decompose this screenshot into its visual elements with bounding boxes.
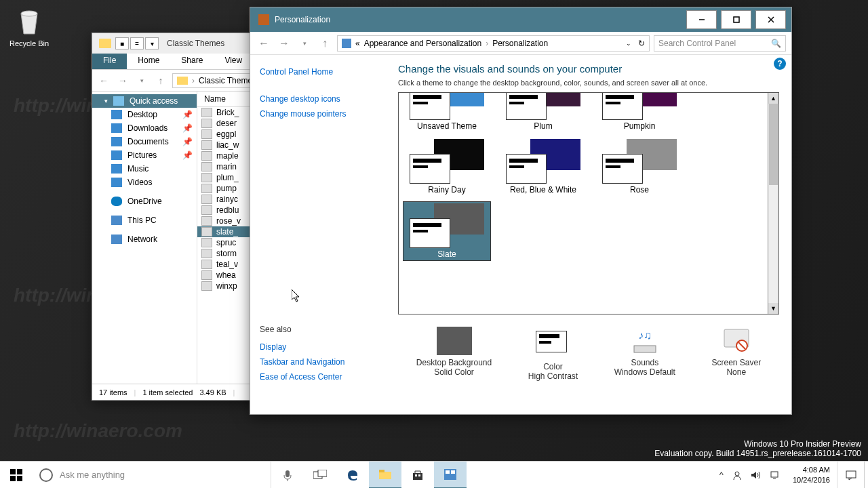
nav-dropdown[interactable]: ▾	[296, 35, 313, 52]
file-icon	[201, 227, 212, 237]
qat-button[interactable]: =	[130, 37, 144, 49]
scroll-thumb[interactable]	[769, 104, 778, 185]
nav-forward[interactable]: →	[276, 35, 292, 52]
nav-up[interactable]: ↑	[317, 35, 333, 52]
scroll-down[interactable]: ▼	[768, 303, 778, 314]
sidebar-downloads[interactable]: Downloads📌	[92, 121, 197, 135]
taskbar-mic[interactable]	[271, 462, 304, 489]
scroll-up[interactable]: ▲	[768, 93, 778, 104]
theme-item[interactable]: Rose	[595, 138, 684, 196]
svg-rect-6	[634, 346, 656, 352]
close-button[interactable]	[755, 10, 786, 29]
svg-rect-20	[413, 473, 422, 480]
file-icon	[201, 151, 212, 161]
color-setting[interactable]: Color High Contrast	[528, 327, 578, 381]
start-button[interactable]	[0, 462, 33, 489]
control-panel-home-link[interactable]: Control Panel Home	[260, 64, 376, 79]
sidebar-music[interactable]: Music	[92, 162, 197, 176]
menu-view[interactable]: View	[214, 54, 253, 69]
sidebar-network[interactable]: Network	[92, 232, 197, 246]
nav-dropdown[interactable]: ▾	[134, 73, 149, 88]
recycle-bin[interactable]: Recycle Bin	[5, 5, 53, 47]
taskbar-explorer[interactable]	[369, 462, 401, 489]
nav-up[interactable]: ↑	[153, 73, 168, 88]
file-icon	[201, 238, 212, 247]
file-icon	[201, 162, 212, 171]
theme-item[interactable]: Rainy Day	[403, 138, 491, 196]
file-icon	[201, 184, 212, 193]
svg-point-26	[735, 472, 739, 476]
control-panel-icon	[258, 14, 269, 25]
nav-forward[interactable]: →	[115, 73, 130, 88]
menu-file[interactable]: File	[92, 54, 127, 69]
sidebar-quick-access[interactable]: ▾Quick access	[92, 94, 197, 108]
taskbar: Ask me anything ^ 4:08 AM 10/24/2016	[0, 461, 868, 488]
tray-overflow[interactable]: ^	[719, 470, 724, 480]
sidebar-videos[interactable]: Videos	[92, 176, 197, 189]
taskbar-clock[interactable]: 4:08 AM 10/24/2016	[786, 465, 837, 485]
page-heading: Change the visuals and sounds on your co…	[398, 63, 779, 75]
svg-rect-29	[846, 471, 856, 478]
minimize-button[interactable]	[686, 10, 717, 29]
theme-scrollbar[interactable]: ▲ ▼	[768, 93, 778, 314]
qat-button[interactable]: ■	[115, 37, 129, 49]
file-icon	[201, 249, 212, 258]
theme-item[interactable]: Pumpkin	[595, 93, 684, 132]
qat-dropdown[interactable]: ▾	[145, 37, 159, 49]
file-icon	[201, 270, 212, 280]
screen-saver-setting[interactable]: Screen Saver None	[711, 327, 761, 381]
taskbar-search[interactable]: Ask me anything	[33, 462, 271, 489]
tray-people-icon[interactable]	[732, 470, 743, 481]
file-icon	[201, 108, 212, 117]
theme-item[interactable]: Slate	[403, 201, 491, 261]
file-icon	[201, 129, 212, 139]
control-panel-icon	[342, 39, 351, 48]
file-icon	[201, 173, 212, 182]
folder-icon	[177, 77, 188, 85]
desktop-background-setting[interactable]: Desktop Background Solid Color	[416, 327, 492, 381]
sidebar-documents[interactable]: Documents📌	[92, 135, 197, 148]
tray-network-icon[interactable]	[770, 470, 781, 480]
taskbar-control-panel[interactable]	[434, 462, 467, 489]
sidebar-this-pc[interactable]: This PC	[92, 214, 197, 227]
svg-rect-22	[418, 474, 420, 476]
personalization-window: Personalization ← → ▾ ↑ « Appearance and…	[250, 7, 792, 415]
task-view-button[interactable]	[304, 462, 336, 489]
folder-icon	[99, 39, 111, 48]
sounds-setting[interactable]: ♪♫ Sounds Windows Default	[614, 327, 675, 381]
sidebar-pictures[interactable]: Pictures📌	[92, 148, 197, 162]
ease-of-access-link[interactable]: Ease of Access Center	[260, 369, 376, 384]
taskbar-edge[interactable]	[336, 462, 369, 489]
show-desktop-button[interactable]	[864, 462, 868, 489]
maximize-button[interactable]	[721, 10, 751, 29]
theme-item[interactable]: Plum	[499, 93, 587, 132]
taskbar-store[interactable]	[401, 462, 434, 489]
cp-sidebar: Control Panel Home Change desktop icons …	[250, 55, 386, 414]
help-button[interactable]: ?	[774, 58, 786, 70]
tray-volume-icon[interactable]	[751, 470, 762, 480]
sidebar-onedrive[interactable]: OneDrive	[92, 195, 197, 208]
theme-item[interactable]: Unsaved Theme	[403, 93, 491, 132]
svg-rect-2	[734, 17, 739, 22]
svg-rect-19	[379, 470, 384, 472]
taskbar-link[interactable]: Taskbar and Navigation	[260, 354, 376, 369]
svg-point-0	[21, 11, 37, 16]
nav-back[interactable]: ←	[96, 73, 111, 88]
search-input[interactable]: Search Control Panel 🔍	[654, 35, 786, 52]
menu-home[interactable]: Home	[127, 54, 170, 69]
change-mouse-pointers-link[interactable]: Change mouse pointers	[260, 106, 376, 121]
file-icon	[201, 216, 212, 226]
display-link[interactable]: Display	[260, 340, 376, 354]
sidebar-desktop[interactable]: Desktop📌	[92, 108, 197, 121]
recycle-bin-icon	[13, 5, 45, 38]
change-desktop-icons-link[interactable]: Change desktop icons	[260, 92, 376, 106]
build-info: Windows 10 Pro Insider Preview Evaluatio…	[654, 439, 861, 458]
action-center-button[interactable]	[837, 462, 864, 489]
breadcrumb[interactable]: « Appearance and Personalization › Perso…	[337, 35, 650, 52]
svg-rect-27	[771, 472, 778, 477]
menu-share[interactable]: Share	[170, 54, 214, 69]
file-icon	[201, 260, 212, 269]
nav-back[interactable]: ←	[256, 35, 272, 52]
search-icon: 🔍	[771, 39, 781, 48]
theme-item[interactable]: Red, Blue & White	[499, 138, 587, 196]
